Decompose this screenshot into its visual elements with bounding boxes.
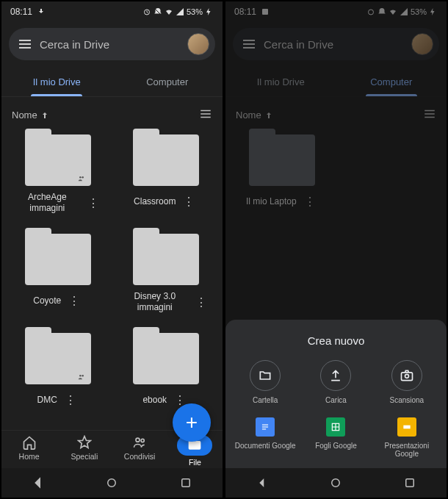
svg-point-13: [368, 10, 373, 15]
create-sheets[interactable]: Fogli Google: [302, 417, 369, 458]
more-icon[interactable]: ⋮: [301, 192, 319, 212]
download-icon: [37, 7, 46, 16]
system-nav: [1, 468, 223, 498]
folder-icon: [25, 134, 91, 186]
svg-rect-23: [403, 426, 410, 429]
people-icon: [132, 435, 147, 450]
tab-computer[interactable]: Computer: [112, 68, 223, 96]
more-icon[interactable]: ⋮: [65, 291, 83, 311]
menu-icon[interactable]: [243, 40, 255, 49]
recent-icon[interactable]: [179, 476, 192, 489]
shared-icon: [76, 175, 87, 182]
create-upload[interactable]: Carica: [302, 360, 369, 404]
search-bar[interactable]: Cerca in Drive: [9, 28, 215, 60]
svg-rect-14: [424, 110, 435, 112]
arrow-up-icon: [40, 111, 49, 120]
wifi-icon: [389, 7, 397, 16]
sort-row: Nome: [1, 97, 223, 129]
sheets-icon: [326, 417, 345, 437]
create-folder[interactable]: Cartella: [231, 360, 299, 404]
folder-item[interactable]: Coyote⋮: [6, 234, 111, 327]
folder-icon: [249, 134, 315, 186]
sort-button[interactable]: Nome: [12, 110, 199, 121]
svg-point-9: [141, 439, 144, 442]
status-bar: 08:11 53%: [1, 1, 223, 19]
status-bar: 08:11 53%: [225, 1, 447, 19]
wifi-icon: [165, 7, 173, 16]
create-scan[interactable]: Scansiona: [373, 360, 441, 404]
folder-item[interactable]: DMC⋮: [6, 333, 111, 424]
view-toggle-icon[interactable]: [423, 107, 436, 123]
more-icon[interactable]: ⋮: [192, 292, 210, 312]
folder-icon: [133, 333, 199, 384]
home-sys-icon[interactable]: [329, 476, 342, 489]
charging-icon: [429, 7, 438, 16]
arrow-up-icon: [264, 111, 273, 120]
nav-home[interactable]: Home: [1, 435, 57, 467]
tab-my-drive[interactable]: Il mio Drive: [225, 68, 336, 96]
battery-text: 53%: [187, 7, 203, 16]
more-icon[interactable]: ⋮: [62, 390, 79, 410]
status-time: 08:11: [10, 7, 32, 17]
menu-icon[interactable]: [19, 40, 31, 49]
svg-point-8: [136, 438, 140, 442]
svg-point-5: [82, 176, 84, 179]
folder-icon: [133, 234, 199, 285]
signal-icon: [176, 7, 184, 16]
alarm-icon: [142, 7, 151, 16]
svg-rect-19: [262, 425, 268, 426]
tab-my-drive[interactable]: Il mio Drive: [1, 68, 112, 96]
svg-rect-25: [406, 479, 414, 487]
search-bar[interactable]: Cerca in Drive: [233, 28, 439, 60]
folder-grid: ArcheAge immagini⋮ Classroom⋮ Coyote⋮ Di…: [1, 129, 223, 430]
nav-starred[interactable]: Speciali: [57, 435, 112, 467]
upload-icon: [328, 368, 343, 383]
sheet-title: Crea nuovo: [231, 334, 441, 347]
fab-add[interactable]: +: [173, 403, 211, 442]
folder-outline-icon: [258, 368, 272, 383]
more-icon[interactable]: ⋮: [180, 192, 198, 212]
search-placeholder: Cerca in Drive: [40, 38, 178, 51]
svg-rect-12: [262, 9, 268, 15]
svg-rect-21: [262, 428, 266, 429]
docs-icon: [256, 417, 275, 437]
sort-button[interactable]: Nome: [236, 110, 423, 121]
folder-item[interactable]: Disney 3.0 immagini⋮: [114, 234, 219, 327]
svg-rect-20: [262, 426, 268, 427]
svg-point-7: [82, 375, 84, 376]
svg-rect-2: [200, 113, 211, 115]
back-icon[interactable]: [256, 476, 269, 489]
create-docs[interactable]: Documenti Google: [231, 417, 299, 458]
nav-shared[interactable]: Condivisi: [112, 435, 167, 467]
folder-icon: [25, 234, 91, 285]
sort-row: Nome: [225, 97, 447, 129]
camera-icon: [400, 368, 414, 383]
alarm-icon: [366, 7, 375, 16]
folder-icon: [25, 333, 91, 384]
svg-rect-1: [200, 110, 211, 112]
svg-point-4: [79, 176, 82, 179]
shared-icon: [76, 373, 87, 381]
folder-item[interactable]: Classroom⋮: [114, 134, 219, 228]
avatar[interactable]: [411, 33, 433, 55]
home-sys-icon[interactable]: [105, 476, 118, 489]
battery-text: 53%: [411, 7, 427, 16]
back-icon[interactable]: [32, 476, 45, 489]
svg-point-10: [108, 479, 116, 487]
svg-rect-11: [182, 479, 190, 487]
folder-icon: [133, 134, 199, 186]
avatar[interactable]: [187, 33, 209, 55]
dnd-icon: [153, 7, 162, 16]
svg-rect-3: [200, 117, 211, 118]
svg-point-24: [332, 479, 340, 487]
more-icon[interactable]: ⋮: [84, 193, 102, 213]
recent-icon[interactable]: [403, 476, 416, 489]
create-slides[interactable]: Presentazioni Google: [373, 417, 441, 458]
folder-item[interactable]: ArcheAge immagini⋮: [6, 134, 111, 228]
image-indicator-icon: [261, 7, 270, 16]
view-toggle-icon[interactable]: [199, 107, 212, 123]
svg-point-6: [79, 375, 82, 376]
tab-computer[interactable]: Computer: [336, 68, 447, 96]
svg-rect-17: [401, 373, 412, 381]
slides-icon: [397, 417, 416, 437]
